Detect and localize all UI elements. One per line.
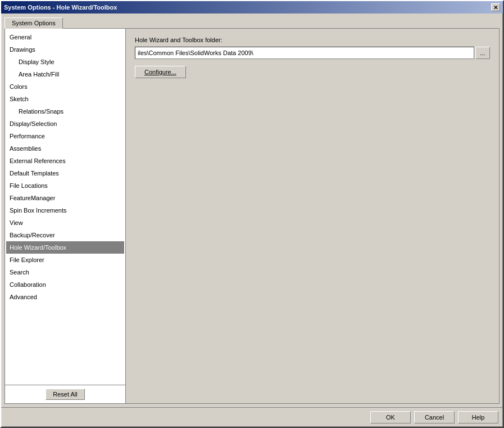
sidebar-item-assemblies[interactable]: Assemblies [6, 142, 124, 155]
sidebar-item-external-references[interactable]: External References [6, 155, 124, 167]
sidebar-item-sketch[interactable]: Sketch [6, 93, 124, 105]
sidebar-item-hole-wizard-toolbox[interactable]: Hole Wizard/Toolbox [6, 241, 124, 254]
close-button[interactable]: ✕ [491, 3, 500, 11]
main-window: System Options - Hole Wizard/Toolbox ✕ S… [0, 0, 504, 428]
sidebar-item-file-locations[interactable]: File Locations [6, 179, 124, 192]
tab-bar: System Options [4, 17, 500, 28]
help-button[interactable]: Help [458, 411, 498, 424]
sidebar-item-display-style[interactable]: Display Style [6, 56, 124, 68]
title-bar: System Options - Hole Wizard/Toolbox ✕ [1, 1, 503, 13]
configure-button[interactable]: Configure... [135, 66, 186, 78]
tree-area: GeneralDrawingsDisplay StyleArea Hatch/F… [5, 29, 125, 385]
tab-system-options[interactable]: System Options [4, 17, 63, 29]
sidebar-item-search[interactable]: Search [6, 266, 124, 278]
sidebar-item-relations-snaps[interactable]: Relations/Snaps [6, 105, 124, 118]
window-title: System Options - Hole Wizard/Toolbox [4, 4, 117, 11]
sidebar-bottom: Reset All [5, 385, 125, 403]
browse-button[interactable]: ... [475, 47, 490, 59]
sidebar-item-colors[interactable]: Colors [6, 80, 124, 93]
folder-input[interactable] [135, 47, 474, 59]
content-area: Hole Wizard and Toolbox folder: ... Conf… [126, 29, 499, 403]
sidebar-item-advanced[interactable]: Advanced [6, 291, 124, 303]
window-content: System Options GeneralDrawingsDisplay St… [1, 13, 503, 407]
sidebar-item-drawings[interactable]: Drawings [6, 43, 124, 56]
cancel-button[interactable]: Cancel [414, 411, 455, 424]
sidebar-item-collaboration[interactable]: Collaboration [6, 278, 124, 291]
main-panel: GeneralDrawingsDisplay StyleArea Hatch/F… [4, 28, 500, 404]
ok-button[interactable]: OK [370, 411, 411, 424]
sidebar-item-default-templates[interactable]: Default Templates [6, 167, 124, 179]
reset-all-button[interactable]: Reset All [46, 389, 84, 400]
sidebar-item-general[interactable]: General [6, 31, 124, 43]
sidebar-item-performance[interactable]: Performance [6, 130, 124, 142]
sidebar-item-feature-manager[interactable]: FeatureManager [6, 192, 124, 204]
sidebar-item-spin-box-increments[interactable]: Spin Box Increments [6, 204, 124, 217]
folder-label: Hole Wizard and Toolbox folder: [135, 37, 490, 43]
sidebar-item-area-hatch-fill[interactable]: Area Hatch/Fill [6, 68, 124, 80]
folder-row: ... [135, 47, 490, 59]
sidebar-item-view[interactable]: View [6, 217, 124, 229]
sidebar-item-file-explorer[interactable]: File Explorer [6, 254, 124, 266]
sidebar-item-display-selection[interactable]: Display/Selection [6, 118, 124, 130]
sidebar: GeneralDrawingsDisplay StyleArea Hatch/F… [5, 29, 126, 403]
bottom-bar: OK Cancel Help [1, 407, 503, 427]
sidebar-item-backup-recover[interactable]: Backup/Recover [6, 229, 124, 241]
